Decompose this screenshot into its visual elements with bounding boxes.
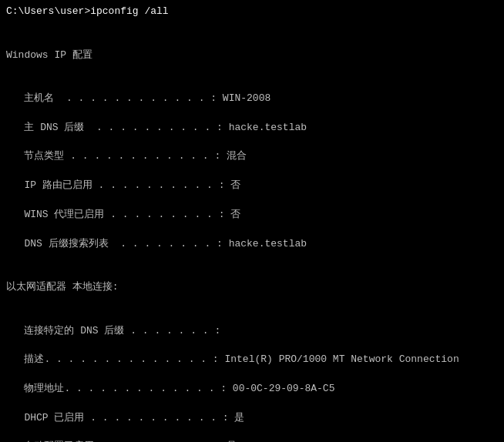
terminal-line: DNS 后缀搜索列表 . . . . . . . . : hacke.testl…: [6, 237, 498, 252]
terminal-line: 物理地址. . . . . . . . . . . . . : 00-0C-29…: [6, 382, 498, 397]
terminal-line: 主 DNS 后缀 . . . . . . . . . . : hacke.tes…: [6, 121, 498, 136]
terminal-line: DHCP 已启用 . . . . . . . . . . . : 是: [6, 411, 498, 426]
terminal-line: 节点类型 . . . . . . . . . . . . : 混合: [6, 149, 498, 164]
terminal-line: Windows IP 配置: [6, 49, 498, 63]
terminal-line: 连接特定的 DNS 后缀 . . . . . . . :: [6, 324, 498, 339]
terminal-window: C:\Users\user>ipconfig /all Windows IP 配…: [0, 0, 504, 442]
terminal-line: C:\Users\user>ipconfig /all: [6, 5, 498, 19]
terminal-line: WINS 代理已启用 . . . . . . . . . : 否: [6, 208, 498, 223]
terminal-line: 主机名 . . . . . . . . . . . . : WIN-2008: [6, 92, 498, 106]
terminal-line: 以太网适配器 本地连接:: [6, 280, 498, 295]
terminal-line: 描述. . . . . . . . . . . . . . : Intel(R)…: [6, 353, 498, 367]
terminal-line: IP 路由已启用 . . . . . . . . . . : 否: [6, 179, 498, 193]
